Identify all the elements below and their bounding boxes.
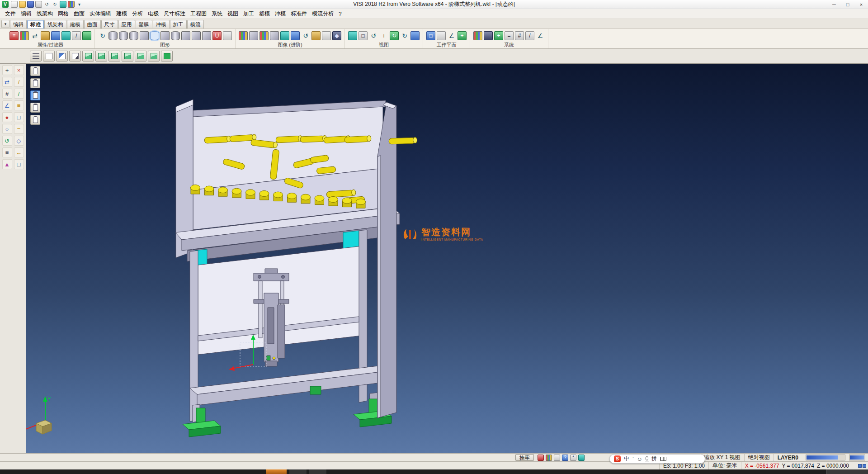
tab-7[interactable]: 塑膜 — [136, 20, 152, 28]
graphics-settings[interactable] — [223, 31, 232, 40]
view-shaded[interactable] — [161, 51, 173, 62]
menu-item-13[interactable]: 加工 — [241, 9, 256, 19]
render-edges[interactable] — [270, 31, 279, 40]
match-properties[interactable] — [82, 31, 91, 40]
menu-item-18[interactable]: ? — [336, 10, 344, 18]
solid-stack[interactable] — [202, 31, 211, 40]
layer-filter[interactable] — [41, 31, 50, 40]
system-calculator[interactable]: = — [505, 31, 514, 40]
workplane-rotate[interactable]: ∠ — [447, 31, 456, 40]
current-view-name[interactable]: 缩放 XY 1 视图 — [700, 454, 744, 461]
properties-editor[interactable]: ≡ — [9, 31, 19, 40]
view-manager[interactable] — [30, 51, 42, 62]
ruler-tool[interactable]: = — [14, 124, 24, 134]
quick-filter[interactable] — [61, 31, 71, 40]
tab-overflow-button[interactable]: ▾ — [1, 20, 9, 28]
cylinder-wire[interactable] — [108, 31, 118, 40]
workplane-origin[interactable]: + — [458, 31, 467, 40]
clipboard-slot-3[interactable] — [30, 90, 40, 100]
tab-8[interactable]: 冲模 — [153, 20, 170, 28]
menu-item-6[interactable]: 建模 — [114, 9, 129, 19]
minimize-button[interactable]: ─ — [827, 0, 841, 9]
view-iso-back[interactable] — [95, 51, 107, 62]
menu-item-4[interactable]: 曲面 — [71, 9, 87, 19]
clipboard-slot-1[interactable] — [30, 66, 40, 76]
sketch-pencil[interactable]: / — [14, 77, 24, 87]
3d-viewport[interactable]: Y X 智造资料网 INTELLIGENT MANUFACTURING DATA — [26, 64, 868, 453]
system-slope[interactable]: ∠ — [536, 31, 545, 40]
palette-tool[interactable]: ▲ — [2, 159, 12, 169]
menu-item-3[interactable]: 网格 — [56, 9, 71, 19]
regen-graphics[interactable]: ↻ — [98, 31, 107, 40]
tab-4[interactable]: 曲面 — [84, 20, 101, 28]
circle-tool[interactable]: ○ — [2, 124, 12, 134]
workplane-xy[interactable]: □ — [426, 31, 435, 40]
ime-emoji-button[interactable]: ☺ — [637, 456, 642, 462]
cylinder-shaded[interactable] — [119, 31, 128, 40]
tab-10[interactable]: 模流 — [187, 20, 204, 28]
trim-tool[interactable]: × — [14, 65, 24, 75]
menu-item-8[interactable]: 电极 — [146, 9, 161, 19]
taskbar-tray[interactable] — [826, 469, 868, 474]
lighting-settings[interactable] — [322, 31, 331, 40]
system-grid[interactable]: # — [515, 31, 524, 40]
system-monitor[interactable] — [484, 31, 493, 40]
delete-tool[interactable]: ● — [2, 112, 12, 122]
layer-indicator[interactable]: LAYER0 — [774, 454, 802, 461]
screen-capture[interactable] — [60, 1, 66, 8]
zoom-previous[interactable]: ↺ — [369, 31, 378, 40]
view-select[interactable] — [69, 51, 81, 62]
select-tool[interactable]: + — [2, 65, 12, 75]
view-top[interactable] — [122, 51, 133, 62]
customize-dropdown[interactable]: ▾ — [76, 1, 83, 8]
render-mixed[interactable] — [259, 31, 269, 40]
system-hatch[interactable]: / — [525, 31, 534, 40]
move-tool[interactable]: ⇄ — [2, 77, 12, 87]
pan-view[interactable]: + — [379, 31, 388, 40]
view-workplane[interactable] — [56, 51, 68, 62]
lock-button[interactable]: 拴牢 — [515, 454, 534, 461]
printer-status[interactable] — [554, 455, 560, 461]
taskbar-app-3[interactable] — [309, 469, 326, 474]
tab-0[interactable]: 编辑 — [10, 20, 27, 28]
system-colors[interactable] — [473, 31, 482, 40]
close-button[interactable]: × — [854, 0, 868, 9]
menu-item-7[interactable]: 分析 — [130, 9, 145, 19]
sheet-tool[interactable]: □ — [14, 112, 24, 122]
image-capture[interactable] — [311, 31, 321, 40]
tab-9[interactable]: 加工 — [170, 20, 187, 28]
clipboard-slot-4[interactable] — [30, 103, 40, 113]
section-view[interactable] — [291, 31, 300, 40]
menu-item-5[interactable]: 实体编辑 — [87, 9, 113, 19]
edit-pencil[interactable]: / — [14, 89, 24, 99]
tab-3[interactable]: 建模 — [67, 20, 84, 28]
menu-item-16[interactable]: 标准件 — [288, 9, 309, 19]
rotate-view[interactable]: ↻ — [390, 31, 399, 40]
maximize-button[interactable]: □ — [841, 0, 854, 9]
ime-keyboard-icon[interactable] — [660, 457, 666, 461]
menu-item-0[interactable]: 文件 — [3, 9, 18, 19]
color-filter[interactable] — [20, 31, 29, 40]
menu-item-9[interactable]: 尺寸标注 — [161, 9, 188, 19]
menu-item-10[interactable]: 工程图 — [188, 9, 209, 19]
box-shaded[interactable] — [160, 31, 170, 40]
element-filter[interactable] — [51, 31, 60, 40]
menu-item-15[interactable]: 冲模 — [273, 9, 288, 19]
taskbar-app-2[interactable] — [289, 469, 307, 474]
view-front[interactable] — [108, 51, 120, 62]
array-tool[interactable]: ≡ — [2, 147, 12, 157]
view-left[interactable] — [148, 51, 160, 62]
swap-attributes[interactable]: ⇄ — [30, 31, 39, 40]
tube-primitive[interactable] — [171, 31, 180, 40]
undo-tool[interactable]: ← — [14, 147, 24, 157]
measure-tool[interactable]: ∠ — [2, 100, 12, 110]
magnet-snap[interactable]: U — [212, 31, 222, 40]
units-indicator[interactable]: 单位: 毫米 — [708, 462, 741, 469]
clipboard-tool[interactable]: □ — [14, 159, 24, 169]
viewport-canvas[interactable]: Y X — [26, 64, 868, 453]
gem-render[interactable]: ◆ — [332, 31, 341, 40]
print[interactable] — [35, 1, 42, 8]
render-wireframe[interactable] — [249, 31, 258, 40]
render-shaded[interactable] — [239, 31, 248, 40]
tab-6[interactable]: 应用 — [118, 20, 135, 28]
